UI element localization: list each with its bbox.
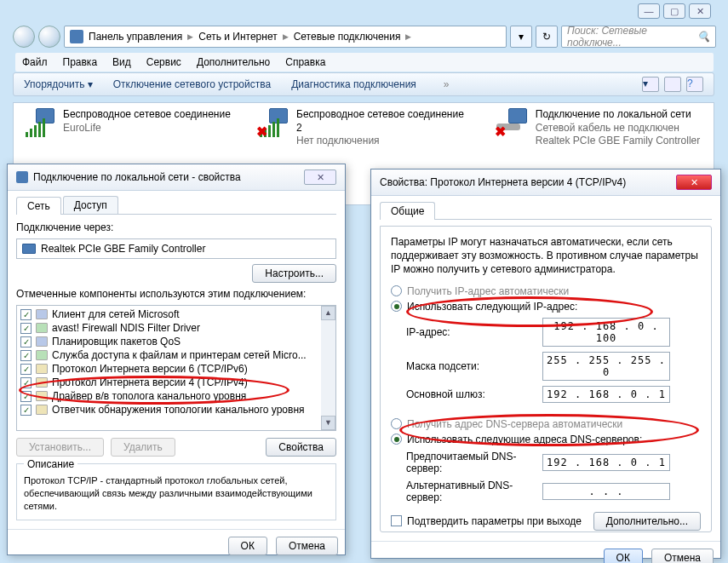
component-item[interactable]: ✓Клиент для сетей Microsoft <box>19 307 334 321</box>
component-item[interactable]: ✓Служба доступа к файлам и принтерам сет… <box>19 348 334 362</box>
conn-title: Беспроводное сетевое соединение 2 <box>296 108 469 135</box>
radio-static-ip[interactable]: Использовать следующий IP-адрес: <box>391 301 701 313</box>
group-title-desc: Описание <box>24 458 77 470</box>
component-item[interactable]: ✓Ответчик обнаружения топологии канально… <box>19 403 334 417</box>
network-icon <box>16 171 28 183</box>
window-close[interactable]: ✕ <box>689 3 711 19</box>
adapter-field: Realtek PCIe GBE Family Controller <box>16 238 336 259</box>
checkbox-icon[interactable]: ✓ <box>391 515 402 526</box>
mask-input[interactable]: 255 . 255 . 255 . 0 <box>542 352 670 381</box>
nav-back[interactable] <box>13 26 35 48</box>
chevron-right-icon: ▶ <box>187 32 193 41</box>
search-input[interactable]: Поиск: Сетевые подключе... 🔍 <box>561 26 716 48</box>
checkbox-icon[interactable]: ✓ <box>20 350 32 361</box>
label-connect-via: Подключение через: <box>16 221 336 233</box>
component-item[interactable]: ✓Планировщик пакетов QoS <box>19 335 334 348</box>
component-properties-button[interactable]: Свойства <box>266 438 336 457</box>
checkbox-icon[interactable]: ✓ <box>20 336 32 348</box>
radio-static-dns[interactable]: Использовать следующие адреса DNS-сервер… <box>391 434 701 445</box>
ok-button[interactable]: ОК <box>228 537 267 555</box>
cmd-disable[interactable]: Отключение сетевого устройства <box>113 78 271 90</box>
label-components: Отмеченные компоненты используются этим … <box>16 288 336 300</box>
breadcrumb-dropdown[interactable]: ▾ <box>510 26 532 48</box>
tab-access[interactable]: Доступ <box>63 196 118 214</box>
checkbox-icon[interactable]: ✓ <box>20 323 32 334</box>
ip-input[interactable]: 192 . 168 . 0 . 100 <box>542 318 670 347</box>
radio-auto-ip[interactable]: Получить IP-адрес автоматически <box>391 285 701 297</box>
connection-item[interactable]: ✖ Подключение по локальной сети Сетевой … <box>495 108 700 148</box>
search-placeholder: Поиск: Сетевые подключе... <box>567 25 697 49</box>
gateway-input[interactable]: 192 . 168 . 0 . 1 <box>542 386 670 403</box>
configure-button[interactable]: Настроить... <box>252 264 336 283</box>
description-text: Протокол TCP/IP - стандартный протокол г… <box>24 474 329 513</box>
component-item[interactable]: ✓Протокол Интернета версии 6 (TCP/IPv6) <box>19 362 334 376</box>
component-item[interactable]: ✓Драйвер в/в тополога канального уровня <box>19 389 334 403</box>
tab-network[interactable]: Сеть <box>16 197 61 215</box>
component-item[interactable]: ✓avast! Firewall NDIS Filter Driver <box>19 321 334 335</box>
connection-item[interactable]: ✖ Беспроводное сетевое соединение 2 Нет … <box>256 108 469 148</box>
breadcrumb-3: Сетевые подключения <box>294 31 401 43</box>
components-list[interactable]: ✓Клиент для сетей Microsoft ✓avast! Fire… <box>16 305 336 431</box>
close-button[interactable]: ✕ <box>304 169 336 185</box>
breadcrumb[interactable]: Панель управления ▶ Сеть и Интернет ▶ Се… <box>64 26 507 48</box>
checkbox-icon[interactable]: ✓ <box>20 309 32 320</box>
breadcrumb-icon <box>70 30 83 43</box>
menu-help[interactable]: Справка <box>285 56 325 68</box>
window-minimize[interactable]: — <box>638 3 660 19</box>
menu-extra[interactable]: Дополнительно <box>197 56 270 68</box>
confirm-on-exit[interactable]: ✓ Подтвердить параметры при выходе Допол… <box>391 512 701 531</box>
ok-button[interactable]: ОК <box>604 549 643 563</box>
dialog-title: Подключение по локальной сети - свойства <box>33 171 241 183</box>
menu-edit[interactable]: Правка <box>63 56 98 68</box>
chevron-right-icon[interactable]: » <box>444 78 450 90</box>
dialog-title: Свойства: Протокол Интернета версии 4 (T… <box>380 176 626 188</box>
conn-sub: Сетевой кабель не подключен <box>536 122 700 135</box>
breadcrumb-1: Панель управления <box>89 31 182 43</box>
preview-pane-toggle[interactable] <box>664 77 681 92</box>
scrollbar[interactable]: ▲ ▼ <box>321 306 335 430</box>
tab-general[interactable]: Общие <box>380 202 435 220</box>
refresh-button[interactable]: ↻ <box>536 26 558 48</box>
conn-sub2: Realtek PCIe GBE Family Controller <box>536 135 700 148</box>
conn-title: Беспроводное сетевое соединение <box>63 108 231 122</box>
cmd-organize[interactable]: Упорядочить ▾ <box>24 78 93 90</box>
scroll-up-icon[interactable]: ▲ <box>321 306 335 320</box>
breadcrumb-2: Сеть и Интернет <box>198 31 277 43</box>
help-button[interactable]: ? <box>686 77 703 92</box>
conn-sub: EuroLife <box>63 122 231 135</box>
connection-item[interactable]: Беспроводное сетевое соединение EuroLife <box>22 108 231 148</box>
label-mask: Маска подсети: <box>406 360 542 372</box>
component-item-ipv4[interactable]: ✓Протокол Интернета версии 4 (TCP/IPv4) <box>19 376 334 389</box>
window-maximize[interactable]: ▢ <box>663 3 685 19</box>
label-dns1: Предпочитаемый DNS-сервер: <box>406 451 542 474</box>
cancel-button[interactable]: Отмена <box>276 537 338 555</box>
install-button[interactable]: Установить... <box>16 438 104 457</box>
cmd-diagnose[interactable]: Диагностика подключения <box>291 78 416 90</box>
view-options[interactable]: ▾ <box>642 77 659 92</box>
remove-button[interactable]: Удалить <box>111 438 175 457</box>
cancel-button[interactable]: Отмена <box>651 549 714 563</box>
advanced-button[interactable]: Дополнительно... <box>593 512 701 531</box>
conn-sub: Нет подключения <box>296 135 469 148</box>
radio-auto-dns: Получить адрес DNS-сервера автоматически <box>391 418 701 430</box>
checkbox-icon[interactable]: ✓ <box>20 391 32 402</box>
menu-view[interactable]: Вид <box>112 56 131 68</box>
checkbox-icon[interactable]: ✓ <box>20 377 32 388</box>
checkbox-icon[interactable]: ✓ <box>20 405 32 416</box>
adapter-name: Realtek PCIe GBE Family Controller <box>41 243 205 255</box>
scroll-down-icon[interactable]: ▼ <box>321 416 335 430</box>
close-button[interactable]: ✕ <box>676 175 712 190</box>
dialog-ipv4-properties: Свойства: Протокол Интернета версии 4 (T… <box>370 169 721 559</box>
dns1-input[interactable]: 192 . 168 . 0 . 1 <box>542 454 670 471</box>
menu-file[interactable]: Файл <box>22 56 48 68</box>
nic-icon <box>22 244 36 254</box>
menu-tools[interactable]: Сервис <box>146 56 181 68</box>
checkbox-icon[interactable]: ✓ <box>20 364 32 375</box>
wifi-disconnected-icon: ✖ <box>256 108 289 139</box>
nav-forward[interactable] <box>38 26 60 48</box>
intro-text: Параметры IP могут назначаться автоматич… <box>391 235 701 277</box>
chevron-right-icon: ▶ <box>405 32 411 41</box>
dns2-input[interactable]: . . . <box>542 483 670 500</box>
dialog-connection-properties: Подключение по локальной сети - свойства… <box>7 164 346 555</box>
label-dns2: Альтернативный DNS-сервер: <box>406 480 542 503</box>
